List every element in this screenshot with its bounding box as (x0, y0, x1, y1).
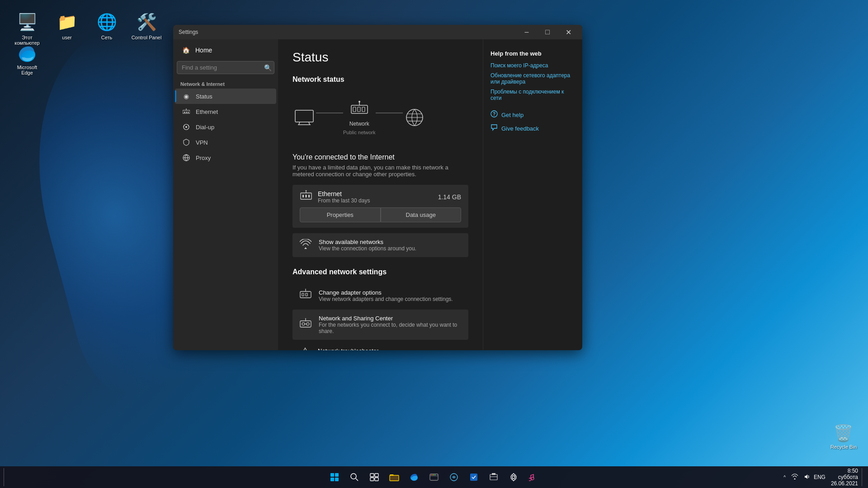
user-folder-icon: 📁 (56, 11, 78, 33)
dialup-label: Dial-up (196, 124, 214, 131)
available-networks-text: Show available networks View the connect… (319, 239, 416, 252)
get-help-icon: ? (491, 110, 498, 119)
taskbar-left (4, 468, 6, 486)
show-available-networks[interactable]: Show available networks View the connect… (292, 233, 468, 257)
network-sharing-item[interactable]: Network and Sharing Center For the netwo… (292, 310, 468, 340)
window-title: Settings (177, 29, 198, 35)
give-feedback-action[interactable]: Give feedback (491, 124, 575, 133)
window-body: 🏠 Home 🔍 Network & Internet ◉ Status (173, 39, 582, 350)
svg-point-7 (185, 126, 187, 128)
ethernet-header: Ethernet From the last 30 days 1.14 GB (300, 190, 461, 204)
connected-title: You're connected to the Internet (292, 153, 468, 161)
dialup-icon (182, 123, 190, 131)
internet-node (403, 108, 426, 127)
clock-date: 26.06.2021 (831, 480, 858, 487)
svg-point-19 (359, 101, 360, 103)
taskbar-search[interactable] (345, 468, 363, 486)
taskbar-settings[interactable] (505, 468, 523, 486)
network-sharing-subtitle: For the networks you connect to, decide … (319, 322, 461, 334)
search-input[interactable] (177, 61, 274, 74)
maximize-button[interactable]: □ (537, 25, 558, 39)
desktop-icon-network[interactable]: 🌐 Сеть (89, 9, 125, 48)
sidebar-home[interactable]: 🏠 Home (175, 43, 276, 57)
change-adapter-subtitle: View network adapters and change connect… (319, 296, 453, 302)
svg-point-58 (431, 474, 432, 475)
recycle-bin-icon[interactable]: 🗑️ Recycle Bin (828, 420, 859, 452)
task-view-button[interactable] (365, 468, 383, 486)
desktop-icon-user[interactable]: 📁 user (49, 9, 85, 48)
show-desktop-right[interactable] (862, 468, 864, 486)
taskbar-app8[interactable] (524, 468, 542, 486)
sidebar-item-dialup[interactable]: Dial-up (175, 119, 276, 135)
network-sharing-icon (300, 318, 311, 332)
troubleshooter-item[interactable]: Network troubleshooter Diagnose and fix … (292, 342, 468, 350)
minimize-button[interactable]: – (516, 25, 537, 39)
desktop-icon-control-panel[interactable]: 🛠️ Control Panel (128, 9, 165, 48)
svg-rect-63 (490, 474, 497, 480)
give-feedback-icon (491, 124, 498, 133)
network-status-title: Network status (292, 75, 468, 84)
help-actions: ? Get help Give feedback (491, 110, 575, 133)
svg-rect-25 (302, 195, 304, 197)
settings-window: Settings – □ ✕ 🏠 Home 🔍 Network & Intern… (173, 25, 582, 350)
recycle-bin-img: 🗑️ (833, 422, 854, 444)
taskbar-explorer2[interactable] (425, 468, 443, 486)
computer-icon: 🖥️ (16, 11, 38, 33)
svg-point-36 (307, 323, 309, 325)
svg-point-68 (531, 477, 534, 480)
taskbar-app5[interactable] (465, 468, 483, 486)
sidebar-item-ethernet[interactable]: Ethernet (175, 104, 276, 119)
tray-sound-icon[interactable] (802, 472, 812, 483)
sidebar-item-proxy[interactable]: Proxy (175, 150, 276, 165)
svg-rect-3 (186, 112, 187, 113)
clock-time: 8:50 (831, 468, 858, 474)
svg-line-48 (356, 479, 358, 481)
taskbar-app4[interactable] (445, 468, 463, 486)
help-link-find-ip[interactable]: Поиск моего IP-адреса (491, 62, 575, 69)
data-usage-button[interactable]: Data usage (381, 207, 462, 222)
taskbar-app6[interactable] (485, 468, 503, 486)
tray-chevron[interactable]: ^ (782, 473, 788, 482)
control-panel-icon: 🛠️ (136, 11, 157, 33)
change-adapter-title: Change adapter options (319, 289, 453, 296)
desktop-icon-edge[interactable]: Microsoft Edge (9, 41, 45, 78)
content-area: Status Network status (278, 39, 582, 350)
taskbar-edge[interactable] (405, 468, 423, 486)
help-link-update-adapter[interactable]: Обновление сетевого адаптера или драйвер… (491, 72, 575, 85)
control-panel-label: Control Panel (132, 35, 162, 40)
svg-rect-4 (188, 112, 189, 113)
svg-point-47 (351, 474, 356, 479)
search-icon[interactable]: 🔍 (264, 64, 272, 71)
tray-network-icon[interactable] (789, 472, 800, 483)
ethernet-card-icon (300, 190, 312, 204)
svg-rect-44 (335, 473, 339, 477)
network-diagram: Network Public network (292, 91, 468, 144)
taskbar-file-explorer[interactable] (385, 468, 403, 486)
show-desktop-button[interactable] (4, 468, 6, 486)
close-button[interactable]: ✕ (558, 25, 579, 39)
status-icon: ◉ (182, 92, 190, 100)
sidebar-item-vpn[interactable]: VPN (175, 135, 276, 150)
proxy-icon (182, 154, 190, 162)
svg-rect-31 (302, 293, 304, 296)
svg-rect-46 (335, 478, 339, 481)
page-title: Status (292, 50, 468, 65)
change-adapter-item[interactable]: Change adapter options View network adap… (292, 283, 468, 308)
svg-rect-16 (358, 107, 360, 112)
troubleshooter-icon (300, 347, 311, 350)
properties-button[interactable]: Properties (300, 207, 381, 222)
help-link-connection-problems[interactable]: Проблемы с подключением к сети (491, 89, 575, 101)
svg-rect-51 (370, 478, 374, 481)
sidebar-item-status[interactable]: ◉ Status (175, 89, 276, 104)
vpn-icon (182, 138, 190, 146)
ethernet-subtitle: From the last 30 days (318, 197, 370, 204)
get-help-action[interactable]: ? Get help (491, 110, 575, 119)
tray-language[interactable]: ENG (814, 474, 826, 480)
network-sharing-title: Network and Sharing Center (319, 315, 461, 322)
start-button[interactable] (326, 468, 344, 486)
network-icon: 🌐 (96, 11, 118, 33)
ethernet-buttons: Properties Data usage (300, 207, 461, 222)
internet-node-icon (403, 108, 426, 127)
taskbar-clock[interactable]: 8:50 суббота 26.06.2021 (831, 468, 858, 487)
computer-node (292, 108, 316, 127)
